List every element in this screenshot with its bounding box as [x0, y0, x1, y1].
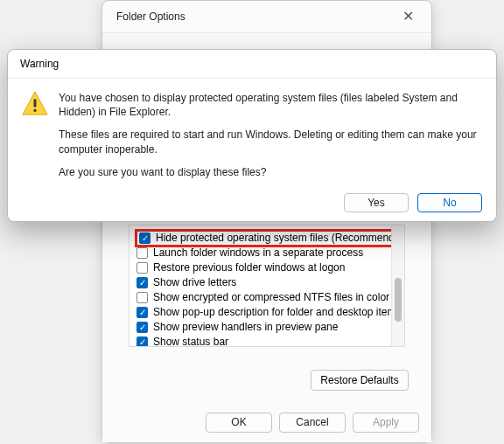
checkbox-icon[interactable]: [139, 232, 150, 244]
warning-title: Warning: [20, 58, 59, 70]
option-row[interactable]: Show pop-up description for folder and d…: [135, 305, 405, 320]
option-row[interactable]: Show preview handlers in preview pane: [135, 320, 405, 335]
checkbox-icon[interactable]: [136, 262, 148, 274]
checkbox-icon[interactable]: [136, 336, 148, 347]
option-row[interactable]: Restore previous folder windows at logon: [135, 260, 405, 275]
option-label: Show pop-up description for folder and d…: [153, 306, 402, 319]
yes-button[interactable]: Yes: [344, 193, 409, 212]
scrollbar-track[interactable]: [391, 225, 405, 347]
warning-dialog: Warning You have chosen to display prote…: [7, 49, 497, 222]
warning-icon: [22, 91, 48, 115]
option-label: Show preview handlers in preview pane: [153, 321, 338, 334]
warning-button-row: Yes No: [8, 188, 496, 225]
checkbox-icon[interactable]: [136, 292, 148, 303]
option-label: Show drive letters: [153, 276, 236, 289]
option-label: Show status bar: [153, 336, 228, 347]
warning-para1: You have chosen to display protected ope…: [59, 91, 482, 119]
option-label: Restore previous folder windows at logon: [153, 261, 345, 274]
advanced-options-list: Hide protected operating system files (R…: [129, 225, 405, 347]
warning-para2: These files are required to start and ru…: [59, 128, 482, 156]
warning-titlebar: Warning: [8, 50, 496, 79]
warning-para3: Are you sure you want to display these f…: [59, 165, 482, 179]
cancel-button[interactable]: Cancel: [279, 413, 346, 433]
checkbox-icon[interactable]: [136, 307, 148, 318]
checkbox-icon[interactable]: [136, 322, 148, 333]
folder-options-button-row: OK Cancel Apply: [102, 404, 431, 442]
checkbox-icon[interactable]: [136, 277, 148, 288]
option-label: Launch folder windows in a separate proc…: [153, 246, 363, 260]
svg-point-2: [33, 109, 36, 112]
ok-button[interactable]: OK: [206, 413, 272, 433]
option-row[interactable]: Show drive letters: [135, 275, 405, 290]
scrollbar-thumb[interactable]: [395, 278, 402, 322]
option-label: Hide protected operating system files (R…: [156, 232, 405, 245]
restore-defaults-button[interactable]: Restore Defaults: [311, 370, 409, 391]
folder-options-titlebar: Folder Options ✕: [102, 1, 431, 33]
option-row[interactable]: Launch folder windows in a separate proc…: [135, 246, 405, 260]
warning-body: You have chosen to display protected ope…: [8, 79, 496, 188]
option-label: Show encrypted or compressed NTFS files …: [153, 291, 389, 304]
checkbox-icon[interactable]: [136, 247, 148, 259]
option-row[interactable]: Hide protected operating system files (R…: [135, 229, 405, 247]
folder-options-title: Folder Options: [116, 10, 186, 23]
close-icon[interactable]: ✕: [397, 10, 419, 24]
svg-rect-1: [34, 99, 37, 107]
no-button[interactable]: No: [417, 193, 482, 212]
option-row[interactable]: Show encrypted or compressed NTFS files …: [135, 290, 405, 305]
apply-button: Apply: [353, 413, 419, 433]
option-row[interactable]: Show status bar: [135, 335, 405, 347]
warning-text: You have chosen to display protected ope…: [59, 91, 482, 179]
